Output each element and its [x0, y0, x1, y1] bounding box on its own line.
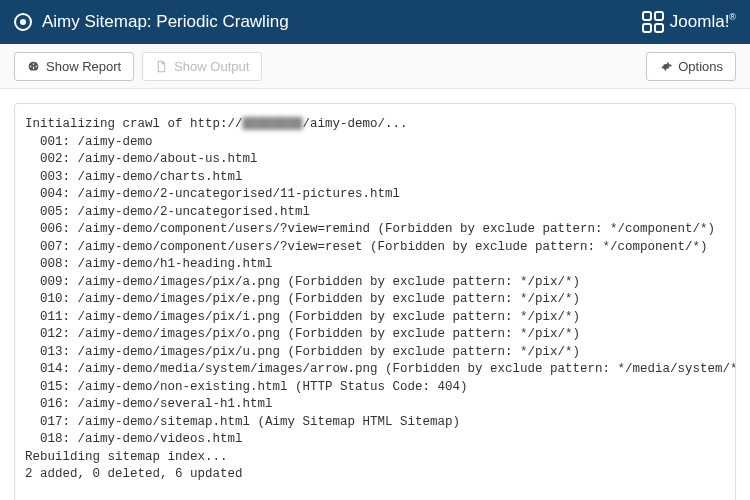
console-line: 014: /aimy-demo/media/system/images/arro… — [25, 361, 725, 379]
console-line: 003: /aimy-demo/charts.html — [25, 169, 725, 187]
console-line: 008: /aimy-demo/h1-heading.html — [25, 256, 725, 274]
console-line: 001: /aimy-demo — [25, 134, 725, 152]
joomla-icon — [642, 11, 664, 33]
console-line: 005: /aimy-demo/2-uncategorised.html — [25, 204, 725, 222]
console-line: 011: /aimy-demo/images/pix/i.png (Forbid… — [25, 309, 725, 327]
console-line: 006: /aimy-demo/component/users/?view=re… — [25, 221, 725, 239]
toolbar-left: Show Report Show Output — [14, 52, 262, 81]
show-output-label: Show Output — [174, 59, 249, 74]
show-report-label: Show Report — [46, 59, 121, 74]
dashboard-icon — [27, 60, 40, 73]
header-left: Aimy Sitemap: Periodic Crawling — [14, 12, 289, 32]
console-line: 007: /aimy-demo/component/users/?view=re… — [25, 239, 725, 257]
console-footer: 2 added, 0 deleted, 6 updated — [25, 466, 725, 484]
console-line: 018: /aimy-demo/videos.html — [25, 431, 725, 449]
target-icon — [14, 13, 32, 31]
toolbar: Show Report Show Output Options — [0, 44, 750, 89]
console-line: 012: /aimy-demo/images/pix/o.png (Forbid… — [25, 326, 725, 344]
options-button[interactable]: Options — [646, 52, 736, 81]
output-console: Initializing crawl of http://████████/ai… — [14, 103, 736, 500]
console-line: 010: /aimy-demo/images/pix/e.png (Forbid… — [25, 291, 725, 309]
console-line: 015: /aimy-demo/non-existing.html (HTTP … — [25, 379, 725, 397]
console-line: 017: /aimy-demo/sitemap.html (Aimy Sitem… — [25, 414, 725, 432]
options-label: Options — [678, 59, 723, 74]
console-line: 004: /aimy-demo/2-uncategorised/11-pictu… — [25, 186, 725, 204]
show-report-button[interactable]: Show Report — [14, 52, 134, 81]
joomla-brand: Joomla!® — [642, 11, 736, 33]
console-line: 013: /aimy-demo/images/pix/u.png (Forbid… — [25, 344, 725, 362]
gear-icon — [659, 60, 672, 73]
console-footer: Rebuilding sitemap index... — [25, 449, 725, 467]
show-output-button[interactable]: Show Output — [142, 52, 262, 81]
console-line: 002: /aimy-demo/about-us.html — [25, 151, 725, 169]
console-line: 016: /aimy-demo/several-h1.html — [25, 396, 725, 414]
console-line: 009: /aimy-demo/images/pix/a.png (Forbid… — [25, 274, 725, 292]
app-header: Aimy Sitemap: Periodic Crawling Joomla!® — [0, 0, 750, 44]
page-title: Aimy Sitemap: Periodic Crawling — [42, 12, 289, 32]
joomla-text: Joomla!® — [670, 12, 736, 32]
file-icon — [155, 60, 168, 73]
